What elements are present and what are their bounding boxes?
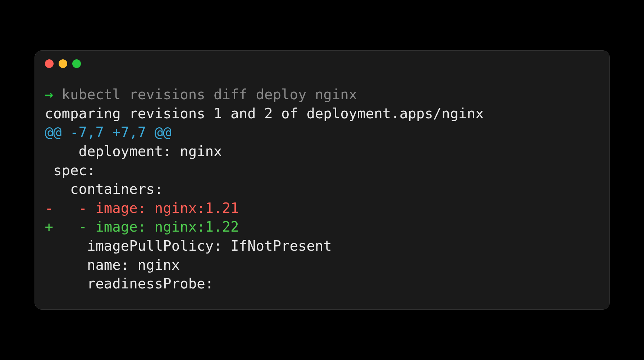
diff-added-line: + - image: nginx:1.22: [45, 218, 599, 237]
window-titlebar: [35, 51, 609, 72]
diff-context: readinessProbe:: [45, 274, 599, 293]
maximize-button[interactable]: [72, 59, 81, 68]
diff-context: containers:: [45, 180, 599, 199]
terminal-content[interactable]: → kubectl revisions diff deploy nginx co…: [35, 72, 609, 309]
diff-context: spec:: [45, 161, 599, 180]
diff-context: name: nginx: [45, 256, 599, 275]
diff-removed-line: - - image: nginx:1.21: [45, 199, 599, 218]
command-text: kubectl revisions diff deploy nginx: [61, 86, 357, 102]
minimize-button[interactable]: [59, 59, 67, 68]
diff-hunk-header: @@ -7,7 +7,7 @@: [45, 123, 599, 142]
command-line: → kubectl revisions diff deploy nginx: [45, 85, 599, 104]
diff-context: imagePullPolicy: IfNotPresent: [45, 237, 599, 256]
diff-context: deployment: nginx: [45, 142, 599, 161]
close-button[interactable]: [45, 59, 54, 68]
output-line: comparing revisions 1 and 2 of deploymen…: [45, 104, 599, 123]
prompt-arrow-icon: →: [45, 86, 53, 102]
terminal-window: → kubectl revisions diff deploy nginx co…: [35, 50, 610, 310]
